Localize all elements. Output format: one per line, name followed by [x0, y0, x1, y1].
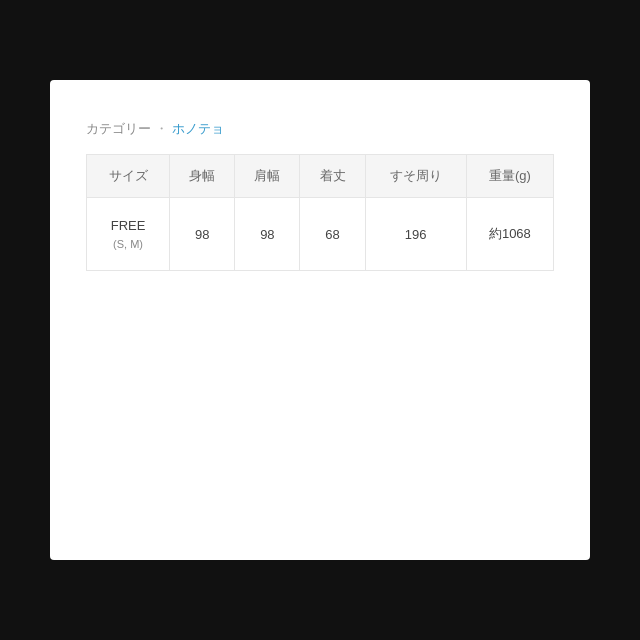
table-row: FREE (S, M) 98 98 68 196 約1068 [87, 198, 554, 271]
col-header-shoulder: 肩幅 [235, 155, 300, 198]
table-header-row: サイズ 身幅 肩幅 着丈 すそ周り 重量(g) [87, 155, 554, 198]
breadcrumb-separator: ・ [155, 120, 168, 138]
col-header-size: サイズ [87, 155, 170, 198]
breadcrumb: カテゴリー ・ ホノテョ [86, 120, 554, 138]
col-header-length: 着丈 [300, 155, 365, 198]
content-card: カテゴリー ・ ホノテョ サイズ 身幅 肩幅 着丈 すそ周り 重量(g) FRE… [50, 80, 590, 560]
weight-value: 約1068 [466, 198, 553, 271]
size-sub-label: (S, M) [97, 236, 159, 253]
shoulder-value: 98 [235, 198, 300, 271]
size-cell: FREE (S, M) [87, 198, 170, 271]
body-width-value: 98 [170, 198, 235, 271]
breadcrumb-link[interactable]: ホノテョ [172, 120, 224, 138]
length-value: 68 [300, 198, 365, 271]
size-label: FREE [97, 216, 159, 236]
size-table: サイズ 身幅 肩幅 着丈 すそ周り 重量(g) FREE (S, M) 98 9… [86, 154, 554, 271]
col-header-weight: 重量(g) [466, 155, 553, 198]
hem-value: 196 [365, 198, 466, 271]
breadcrumb-category: カテゴリー [86, 120, 151, 138]
col-header-hem: すそ周り [365, 155, 466, 198]
col-header-body-width: 身幅 [170, 155, 235, 198]
